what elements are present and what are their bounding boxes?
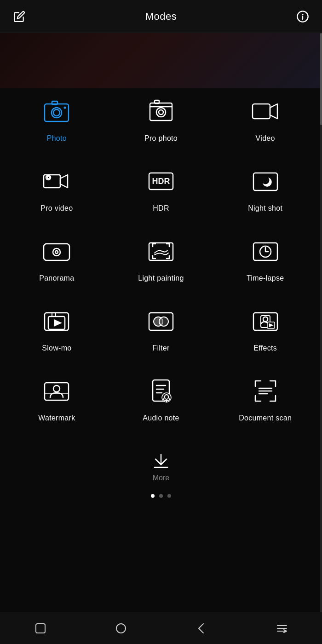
mode-panorama[interactable]: Panorama xyxy=(5,224,109,293)
svg-rect-20 xyxy=(44,244,69,260)
night-shot-label: Night shot xyxy=(248,204,282,213)
pro-video-icon xyxy=(40,165,73,198)
svg-point-36 xyxy=(263,317,268,322)
time-lapse-label: Time-lapse xyxy=(247,274,284,282)
mode-audio-note[interactable]: Audio note xyxy=(109,363,213,433)
document-scan-label: Document scan xyxy=(239,414,292,422)
filter-label: Filter xyxy=(152,344,169,352)
nav-back-button[interactable] xyxy=(190,617,213,640)
mode-slow-mo[interactable]: Slow-mo xyxy=(5,293,109,363)
svg-point-10 xyxy=(156,108,166,117)
svg-rect-19 xyxy=(253,173,277,190)
photo-icon xyxy=(40,95,73,128)
slow-mo-icon xyxy=(40,305,73,338)
download-icon xyxy=(152,452,170,470)
pagination xyxy=(0,487,322,505)
hdr-label: HDR xyxy=(153,204,169,213)
pro-video-label: Pro video xyxy=(40,204,73,213)
mode-watermark[interactable]: Watermark xyxy=(5,363,109,433)
nav-home-button[interactable] xyxy=(109,617,132,640)
panorama-icon xyxy=(40,235,73,268)
document-scan-icon xyxy=(249,374,282,408)
hdr-icon: HDR xyxy=(144,165,178,198)
watermark-label: Watermark xyxy=(38,414,75,422)
nav-menu-button[interactable] xyxy=(270,617,293,640)
filter-icon xyxy=(144,305,178,338)
svg-point-21 xyxy=(53,248,60,256)
night-shot-icon xyxy=(249,165,282,198)
mode-pro-video[interactable]: Pro video xyxy=(5,154,109,224)
photo-label: Photo xyxy=(47,134,67,143)
mode-night-shot[interactable]: Night shot xyxy=(213,154,317,224)
bottom-navigation xyxy=(0,612,322,644)
light-painting-label: Light painting xyxy=(138,274,184,282)
svg-point-40 xyxy=(53,385,60,392)
light-painting-icon xyxy=(144,235,178,268)
mode-pro-photo[interactable]: Pro photo xyxy=(109,84,213,154)
svg-point-33 xyxy=(159,317,168,326)
pro-photo-icon xyxy=(144,95,178,128)
svg-rect-9 xyxy=(155,100,159,104)
video-icon xyxy=(249,95,282,128)
svg-marker-28 xyxy=(54,319,62,327)
edit-icon[interactable] xyxy=(11,8,28,25)
mode-filter[interactable]: Filter xyxy=(109,293,213,363)
slow-mo-label: Slow-mo xyxy=(42,344,71,352)
page-title: Modes xyxy=(145,11,177,23)
nav-recents-button[interactable] xyxy=(29,617,52,640)
svg-rect-54 xyxy=(36,624,45,633)
mode-video[interactable]: Video xyxy=(213,84,317,154)
mode-document-scan[interactable]: Document scan xyxy=(213,363,317,433)
svg-rect-8 xyxy=(150,103,172,121)
svg-point-22 xyxy=(55,251,58,253)
mode-light-painting[interactable]: Light painting xyxy=(109,224,213,293)
pagination-dot-1[interactable] xyxy=(151,494,155,498)
more-section[interactable]: More xyxy=(0,443,322,487)
svg-point-16 xyxy=(47,177,50,179)
mode-photo[interactable]: Photo xyxy=(5,84,109,154)
modes-grid: Photo Pro photo xyxy=(0,70,322,443)
svg-point-5 xyxy=(53,109,60,116)
audio-note-label: Audio note xyxy=(143,414,179,422)
pagination-dot-2[interactable] xyxy=(159,494,163,498)
info-icon[interactable] xyxy=(294,8,311,25)
more-label: More xyxy=(153,474,169,482)
effects-label: Effects xyxy=(253,344,277,352)
pagination-dot-3[interactable] xyxy=(167,494,171,498)
mode-effects[interactable]: Effects xyxy=(213,293,317,363)
audio-note-icon xyxy=(144,374,178,408)
svg-point-11 xyxy=(159,110,163,115)
header: Modes xyxy=(0,0,322,33)
effects-icon xyxy=(249,305,282,338)
watermark-icon xyxy=(40,374,73,408)
time-lapse-icon xyxy=(249,235,282,268)
video-label: Video xyxy=(256,134,275,143)
pro-photo-label: Pro photo xyxy=(144,134,178,143)
svg-point-55 xyxy=(116,624,126,633)
mode-time-lapse[interactable]: Time-lapse xyxy=(213,224,317,293)
svg-rect-6 xyxy=(52,101,58,104)
svg-point-7 xyxy=(64,107,66,109)
mode-hdr[interactable]: HDR HDR xyxy=(109,154,213,224)
panorama-label: Panorama xyxy=(39,274,74,282)
modes-content: Photo Pro photo xyxy=(0,33,322,612)
svg-text:HDR: HDR xyxy=(152,177,170,186)
svg-rect-13 xyxy=(253,104,270,119)
